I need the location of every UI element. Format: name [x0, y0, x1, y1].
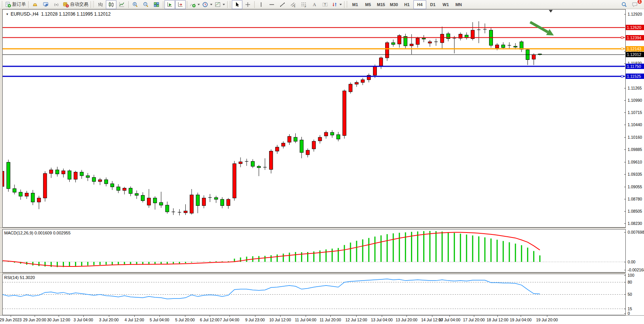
- chart-window: ▼EURUSD-,H4 1.12028 1.12036 1.11995 1.12…: [0, 9, 644, 324]
- time-tick: [59, 316, 59, 317]
- price-tick-label: 1.08230: [628, 221, 642, 226]
- toolbar-drag-handle[interactable]: [93, 1, 94, 8]
- signals-button[interactable]: [51, 0, 62, 9]
- metaeditor-button[interactable]: [30, 0, 40, 9]
- candle: [166, 202, 169, 214]
- candle: [288, 134, 291, 145]
- timeframe-w1-button[interactable]: W1: [439, 0, 452, 9]
- price-tick-label: 1.10160: [628, 135, 642, 140]
- vertical-line-button[interactable]: [256, 0, 266, 9]
- auto-scroll-button[interactable]: [164, 0, 175, 9]
- time-tick: [185, 316, 185, 317]
- bar-chart-button[interactable]: [95, 0, 106, 9]
- price-chart-pane[interactable]: ▼EURUSD-,H4 1.12028 1.12036 1.11995 1.12…: [2, 9, 626, 228]
- price-line-handle[interactable]: [621, 37, 623, 38]
- trendline-button[interactable]: [277, 0, 288, 9]
- candle: [25, 191, 29, 199]
- candle: [508, 42, 511, 49]
- text-icon: A: [311, 2, 317, 8]
- terminal-button[interactable]: [40, 0, 51, 9]
- time-label: 18 Jul 12:00: [486, 318, 508, 322]
- periods-button[interactable]: [201, 0, 214, 9]
- candle: [135, 191, 139, 199]
- time-tick: [210, 316, 210, 317]
- dropdown-caret-icon[interactable]: [223, 4, 225, 5]
- price-tick-label: 1.12920: [628, 12, 642, 16]
- time-label: 7 Jul 04:00: [220, 318, 239, 322]
- chart-shift-marker[interactable]: [549, 10, 553, 13]
- toolbar-drag-handle[interactable]: [230, 1, 231, 8]
- equidistant-channel-button[interactable]: E: [288, 0, 298, 9]
- zoom-in-button[interactable]: [130, 0, 140, 9]
- zoom-out-button[interactable]: [140, 0, 151, 9]
- price-line-handle[interactable]: [621, 48, 623, 50]
- svg-text:A: A: [313, 2, 316, 7]
- timeframe-h4-button[interactable]: H4: [413, 0, 426, 9]
- toolbar-drag-handle[interactable]: [2, 1, 3, 8]
- text-button[interactable]: A: [309, 0, 320, 9]
- horizontal-line-button[interactable]: [266, 0, 277, 9]
- axis-tick: [624, 112, 626, 113]
- arrows-icon: [332, 2, 338, 8]
- candle: [251, 159, 255, 168]
- toolbar-drag-handle[interactable]: [346, 1, 348, 8]
- dropdown-caret-icon[interactable]: [340, 4, 342, 5]
- fibonacci-button[interactable]: F: [298, 0, 309, 9]
- rsi-indicator-pane[interactable]: RSI(14) 51.3020: [2, 274, 626, 315]
- dropdown-caret-icon[interactable]: [198, 4, 200, 5]
- candle: [336, 132, 340, 141]
- price-line-handle[interactable]: [621, 75, 623, 77]
- timeframe-m1-button[interactable]: M1: [349, 0, 362, 9]
- search-button[interactable]: [619, 0, 630, 9]
- price-line-badge: 1.12012: [626, 52, 644, 57]
- toolbar-separator: [28, 1, 29, 8]
- crosshair-button[interactable]: [242, 0, 253, 9]
- candle: [123, 187, 126, 194]
- dropdown-caret-icon[interactable]: [210, 4, 212, 5]
- time-tick: [406, 316, 407, 317]
- line-chart-button[interactable]: [116, 0, 127, 9]
- time-tick: [432, 316, 432, 317]
- candlestick-icon: [108, 2, 114, 8]
- timeframe-mn-button[interactable]: MN: [452, 0, 465, 9]
- timeframe-m15-button[interactable]: M15: [375, 0, 387, 9]
- candlestick-chart-button[interactable]: [106, 0, 116, 9]
- cursor-button[interactable]: [232, 0, 242, 9]
- timeframe-d1-button[interactable]: D1: [426, 0, 439, 9]
- fibonacci-icon: F: [301, 2, 307, 8]
- templates-button[interactable]: [214, 0, 226, 9]
- chart-shift-button[interactable]: [175, 0, 186, 9]
- tile-windows-button[interactable]: [151, 0, 162, 9]
- price-line-badge: 1.11750: [626, 64, 644, 69]
- candle: [453, 36, 456, 53]
- chart-shift-icon: [177, 2, 183, 8]
- trend-arrow-annotation[interactable]: [530, 22, 554, 35]
- macd-indicator-pane[interactable]: MACD(12,26,9) 0.001609 0.002955: [2, 229, 626, 273]
- notifications-button[interactable]: 1: [630, 0, 640, 9]
- price-tick-label: 1.08505: [628, 209, 642, 213]
- price-tick-label: 1.10990: [628, 98, 642, 103]
- candle: [349, 82, 352, 93]
- candle: [98, 178, 102, 185]
- zoom-out-icon: [143, 2, 149, 8]
- new-order-button[interactable]: 新订单: [4, 0, 27, 9]
- toolbar-separator: [254, 1, 255, 8]
- time-label: 11 Jul 04:00: [295, 318, 316, 322]
- autotrading-button[interactable]: 自动交易: [62, 0, 89, 9]
- rsi-line: [3, 279, 540, 299]
- toolbar-separator: [91, 1, 91, 8]
- timeframe-m5-button[interactable]: M5: [362, 0, 375, 9]
- rsi-chart[interactable]: [3, 274, 625, 315]
- timeframe-m30-button[interactable]: M30: [387, 0, 400, 9]
- chart-title-dropdown-icon[interactable]: ▼: [6, 13, 9, 16]
- arrows-button[interactable]: [330, 0, 343, 9]
- candlestick-chart[interactable]: [3, 10, 625, 227]
- text-label-button[interactable]: T: [320, 0, 330, 9]
- price-tick-label: 1.08780: [628, 197, 642, 201]
- indicators-button[interactable]: [188, 0, 201, 9]
- rsi-tick-label: 100: [628, 273, 634, 277]
- candle: [37, 196, 41, 209]
- time-label: 3 Jul 20:00: [99, 318, 118, 322]
- macd-chart[interactable]: [3, 229, 625, 272]
- timeframe-h1-button[interactable]: H1: [400, 0, 413, 9]
